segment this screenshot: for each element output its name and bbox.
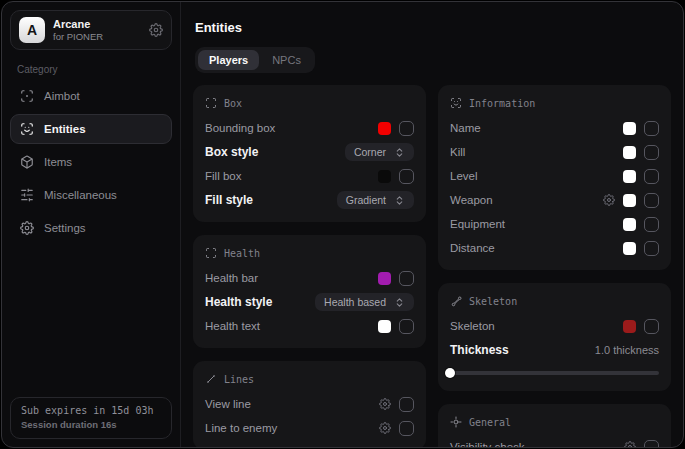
equipment-row: Equipment [450,213,659,235]
chevrons-up-down-icon [394,147,405,158]
skeleton-color-swatch[interactable] [623,320,636,333]
gear-icon [20,221,34,235]
entity-type-tabs: Players NPCs [195,47,315,73]
thickness-slider-thumb[interactable] [445,368,455,378]
level-color-swatch[interactable] [623,170,636,183]
weapon-color-swatch[interactable] [623,194,636,207]
general-card: General Visibility check Max distance [438,404,671,447]
fill-style-dropdown[interactable]: Gradient [337,191,414,209]
package-icon [20,155,34,169]
weapon-settings-gear-icon[interactable] [603,194,615,206]
fill-box-color-swatch[interactable] [378,170,391,183]
level-checkbox[interactable] [644,169,659,184]
health-style-dropdown[interactable]: Health based [315,293,414,311]
box-card: Box Bounding box Box style [193,85,426,222]
tab-players[interactable]: Players [198,50,259,70]
sidebar-item-items[interactable]: Items [10,147,172,177]
health-text-row: Health text [205,315,414,337]
thickness-slider[interactable] [450,368,659,378]
view-line-settings-gear-icon[interactable] [379,398,391,410]
app-subtitle: for PIONER [53,31,103,42]
card-title: General [469,417,511,428]
card-title: Information [469,98,535,109]
sidebar-item-label: Entities [44,123,86,135]
distance-row: Distance [450,237,659,259]
weapon-checkbox[interactable] [644,193,659,208]
bounding-box-color-swatch[interactable] [378,122,391,135]
line-to-enemy-checkbox[interactable] [399,421,414,436]
name-row: Name [450,117,659,139]
app-window: A Arcane for PIONER Category Aimbot Enti… [1,1,684,448]
sun-target-icon [450,416,462,428]
sidebar-item-miscellaneous[interactable]: Miscellaneous [10,180,172,210]
sidebar-item-aimbot[interactable]: Aimbot [10,81,172,111]
box-brackets-icon [205,97,217,109]
chevrons-up-down-icon [394,195,405,206]
entities-scan-face-icon [20,122,34,136]
level-row: Level [450,165,659,187]
health-brackets-icon [205,247,217,259]
information-scan-face-icon [450,97,462,109]
aimbot-crosshair-icon [20,89,34,103]
sidebar-item-label: Aimbot [44,90,80,102]
app-logo: A [19,17,45,43]
visibility-check-settings-gear-icon[interactable] [624,441,636,447]
weapon-row: Weapon [450,189,659,211]
visibility-check-checkbox[interactable] [644,440,659,448]
fill-style-row: Fill style Gradient [205,189,414,211]
sidebar-item-label: Settings [44,222,86,234]
distance-checkbox[interactable] [644,241,659,256]
kill-row: Kill [450,141,659,163]
skeleton-row: Skeleton [450,315,659,337]
line-to-enemy-settings-gear-icon[interactable] [379,422,391,434]
health-text-color-swatch[interactable] [378,320,391,333]
thickness-value: 1.0 thickness [595,344,659,356]
health-bar-color-swatch[interactable] [378,272,391,285]
tab-npcs[interactable]: NPCs [261,50,312,70]
main-panel: Entities Players NPCs Box Bounding box [181,2,683,447]
distance-color-swatch[interactable] [623,242,636,255]
health-style-row: Health style Health based [205,291,414,313]
health-card: Health Health bar Health style [193,235,426,348]
name-color-swatch[interactable] [623,122,636,135]
kill-color-swatch[interactable] [623,146,636,159]
page-title: Entities [195,20,671,35]
settings-gear-icon[interactable] [149,23,163,37]
session-duration-text: Session duration 16s [21,419,161,430]
bounding-box-checkbox[interactable] [399,121,414,136]
box-style-row: Box style Corner [205,141,414,163]
health-text-checkbox[interactable] [399,319,414,334]
equipment-color-swatch[interactable] [623,218,636,231]
view-line-checkbox[interactable] [399,397,414,412]
health-bar-checkbox[interactable] [399,271,414,286]
bone-icon [450,295,462,307]
skeleton-card: Skeleton Skeleton Thickness 1.0 t [438,283,671,391]
sidebar-item-label: Miscellaneous [44,189,117,201]
fill-box-row: Fill box [205,165,414,187]
skeleton-checkbox[interactable] [644,319,659,334]
card-title: Lines [224,374,254,385]
category-label: Category [17,64,165,75]
visibility-check-row: Visibility check [450,436,659,447]
sliders-icon [20,188,34,202]
sub-expires-text: Sub expires in 15d 03h [21,405,161,416]
card-title: Health [224,248,260,259]
sidebar-item-settings[interactable]: Settings [10,213,172,243]
line-icon [205,373,217,385]
sidebar: A Arcane for PIONER Category Aimbot Enti… [2,2,181,447]
view-line-row: View line [205,393,414,415]
bounding-box-row: Bounding box [205,117,414,139]
information-card: Information Name Kill [438,85,671,270]
brand-card: A Arcane for PIONER [10,10,172,50]
thickness-row: Thickness 1.0 thickness [450,339,659,361]
sidebar-item-entities[interactable]: Entities [10,114,172,144]
equipment-checkbox[interactable] [644,217,659,232]
box-style-dropdown[interactable]: Corner [345,143,414,161]
lines-card: Lines View line Line to enemy [193,361,426,447]
fill-box-checkbox[interactable] [399,169,414,184]
health-bar-row: Health bar [205,267,414,289]
subscription-info-card: Sub expires in 15d 03h Session duration … [10,397,172,439]
name-checkbox[interactable] [644,121,659,136]
chevrons-up-down-icon [394,297,405,308]
kill-checkbox[interactable] [644,145,659,160]
